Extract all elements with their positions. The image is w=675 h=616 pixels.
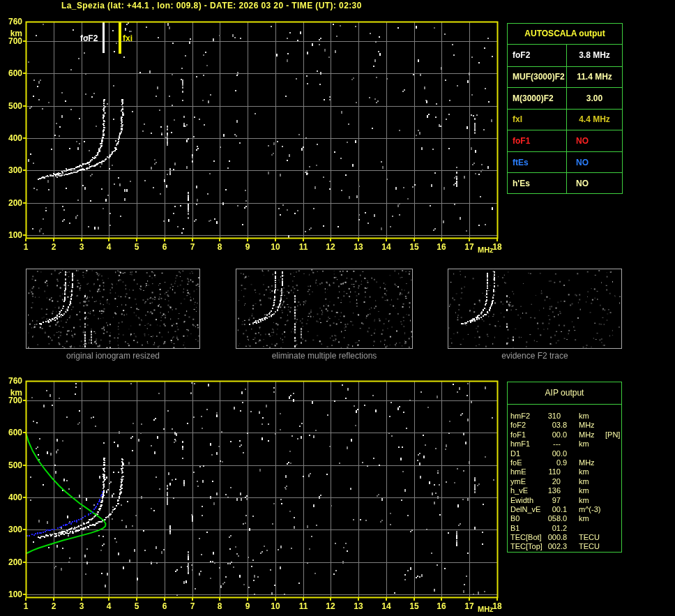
aip-row-label: B1: [510, 524, 544, 533]
main-y-tick-label: 500: [1, 101, 22, 111]
autoscala-row-label: foF1: [508, 130, 567, 151]
aip-row-unit: TECU: [579, 533, 605, 542]
aip-row-extra: [605, 449, 621, 458]
main-y-axis-unit: km: [1, 29, 22, 38]
aip-x-tick-label: 14: [379, 601, 394, 611]
autoscala-row-value: 4.4 MHz: [567, 110, 622, 130]
autoscala-row-MUF(3000)F2: MUF(3000)F211.4 MHz: [508, 66, 622, 88]
main-x-tick-label: 16: [434, 242, 449, 252]
aip-row-value-frac: .8: [561, 421, 579, 430]
aip-x-tick-label: 8: [212, 601, 227, 611]
aip-row-value-int: 000: [544, 533, 561, 542]
aip-row-value-int: 0: [544, 458, 561, 467]
autoscala-screen: La_Spezia (lat: +44.1 , lon: 009.8) - DA…: [0, 0, 675, 616]
aip-y-tick-label: 100: [1, 589, 22, 599]
main-x-tick-label: 5: [129, 242, 144, 252]
aip-table-body: hmF2310kmfoF203.8MHzfoF100.0MHz[PN]hmF1-…: [508, 405, 621, 552]
aip-x-tick-label: 9: [240, 601, 255, 611]
aip-x-tick-label: 10: [268, 601, 283, 611]
aip-row-h_vE: h_vE136km: [508, 486, 621, 495]
aip-y-axis-unit: km: [1, 388, 22, 398]
main-y-tick-label: 600: [1, 68, 22, 78]
aip-row-unit: [579, 524, 605, 533]
autoscala-row-ftEs: ftEsNO: [508, 151, 622, 173]
autoscala-row-value: 3.00: [567, 88, 622, 109]
aip-y-tick-label: 500: [1, 460, 22, 470]
aip-row-unit: km: [579, 477, 605, 486]
autoscala-table-header: AUTOSCALA output: [508, 24, 622, 45]
aip-row-value-frac: [561, 467, 579, 476]
aip-x-tick-label: 4: [101, 601, 116, 611]
aip-x-tick-label: 7: [185, 601, 200, 611]
aip-row-foF2: foF203.8MHz: [508, 421, 621, 430]
aip-row-unit: m^(-3): [579, 505, 605, 514]
main-x-tick-label: 11: [296, 242, 311, 252]
aip-row-unit: MHz: [579, 458, 605, 467]
aip-row-unit: km: [579, 486, 605, 495]
aip-row-label: DelN_vE: [510, 505, 544, 514]
aip-row-extra: [605, 542, 621, 551]
autoscala-row-fxI: fxI4.4 MHz: [508, 109, 622, 130]
aip-x-tick-label: 16: [434, 601, 449, 611]
aip-row-unit: km: [579, 412, 605, 421]
aip-row-value-int: 00: [544, 430, 561, 440]
aip-row-value-frac: .1: [561, 505, 579, 514]
main-x-axis-unit: MHz: [478, 246, 494, 254]
autoscala-row-label: foF2: [508, 45, 567, 66]
aip-row-value-frac: [561, 486, 579, 495]
aip-output-table: AIP output hmF2310kmfoF203.8MHzfoF100.0M…: [507, 382, 622, 553]
aip-row-D1: D100.0: [508, 449, 621, 458]
aip-row-extra: [605, 505, 621, 514]
aip-row-extra: [605, 496, 621, 505]
main-x-tick-label: 2: [46, 242, 61, 252]
aip-row-label: foE: [510, 458, 544, 467]
main-x-tick-label: 12: [323, 242, 338, 252]
aip-row-label: foF1: [510, 430, 544, 440]
aip-row-foE: foE0.9MHz: [508, 458, 621, 467]
aip-y-tick-label: 300: [1, 525, 22, 534]
aip-y-tick-label: 200: [1, 557, 22, 567]
aip-row-extra: [605, 421, 621, 430]
autoscala-output-table: AUTOSCALA output foF23.8 MHzMUF(3000)F21…: [507, 23, 623, 194]
aip-row-value-int: 058: [544, 514, 561, 523]
aip-row-value-frac: .9: [561, 458, 579, 467]
aip-row-hmE: hmE110km: [508, 467, 621, 476]
main-y-tick-label: 760: [1, 17, 22, 27]
thumbnail-caption-original: original ionogram resized: [26, 351, 200, 361]
main-x-tick-label: 10: [268, 242, 283, 252]
aip-x-tick-label: 15: [407, 601, 422, 611]
aip-y-tick-label: 760: [1, 376, 22, 386]
autoscala-row-value: NO: [567, 130, 622, 151]
main-x-tick-label: 8: [212, 242, 227, 252]
aip-row-value-frac: [561, 477, 579, 486]
aip-row-value-frac: [561, 412, 579, 421]
aip-row-unit: km: [579, 496, 605, 505]
aip-row-extra: [605, 533, 621, 542]
aip-row-value-int: 110: [544, 467, 561, 476]
autoscala-row-label: MUF(3000)F2: [508, 67, 567, 88]
main-y-tick-label: 400: [1, 133, 22, 143]
aip-x-tick-label: 13: [351, 601, 366, 611]
aip-row-value-int: 002: [544, 542, 561, 551]
aip-row-hmF1: hmF1---km: [508, 440, 621, 449]
aip-row-label: ymE: [510, 477, 544, 486]
aip-row-unit: km: [579, 514, 605, 523]
aip-row-value-int: ---: [544, 440, 561, 449]
aip-row-value-frac: .3: [561, 542, 579, 551]
aip-row-B0: B0058.0km: [508, 514, 621, 523]
aip-x-tick-label: 1: [18, 601, 33, 611]
main-x-tick-label: 4: [101, 242, 116, 252]
main-x-tick-label: 14: [379, 242, 394, 252]
aip-row-value-int: 20: [544, 477, 561, 486]
autoscala-row-foF2: foF23.8 MHz: [508, 45, 622, 66]
autoscala-row-value: 11.4 MHz: [567, 67, 622, 88]
thumbnail-caption-evidence: evidence F2 trace: [448, 351, 622, 361]
aip-row-unit: TECU: [579, 542, 605, 551]
main-x-tick-label: 15: [407, 242, 422, 252]
autoscala-row-value: 3.8 MHz: [567, 45, 622, 66]
main-x-tick-label: 9: [240, 242, 255, 252]
aip-row-Ewidth: Ewidth97km: [508, 496, 621, 505]
main-x-tick-label: 1: [18, 242, 33, 252]
aip-row-DelN_vE: DelN_vE00.1m^(-3): [508, 505, 621, 514]
autoscala-row-value: NO: [567, 152, 622, 173]
